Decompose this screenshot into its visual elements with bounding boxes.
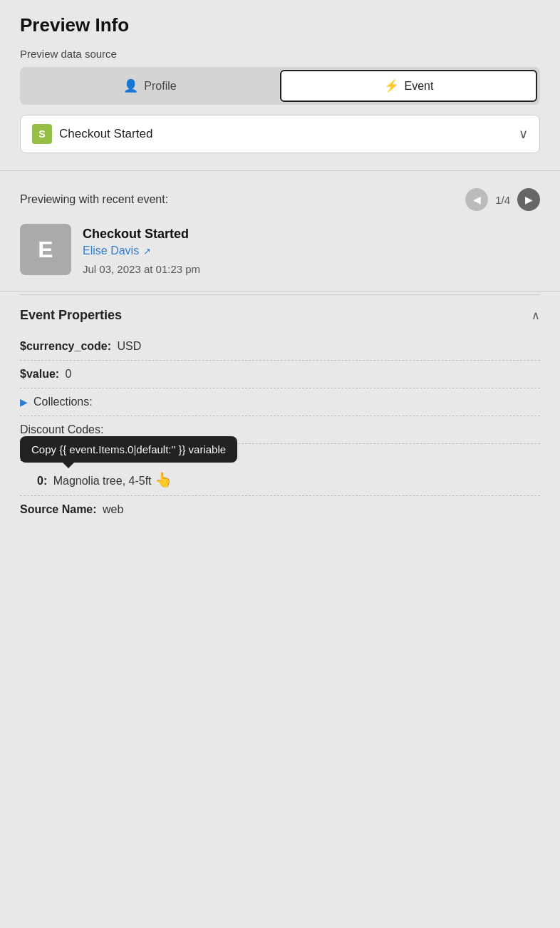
collections-label: Collections:	[33, 396, 93, 408]
dropdown-label: Checkout Started	[59, 127, 512, 141]
currency-code-key: $currency_code:	[20, 340, 111, 352]
page-count: 1/4	[495, 194, 510, 206]
tooltip-text: Copy {{ event.Items.0|default:'' }} vari…	[31, 443, 226, 455]
source-name-key: Source Name:	[20, 503, 97, 515]
prev-icon: ◀	[473, 194, 481, 205]
event-tab-label: Event	[405, 80, 434, 93]
event-tab[interactable]: ⚡ Event	[280, 70, 537, 102]
collections-row: ▶ Collections:	[20, 388, 540, 416]
sub-item-value: Magnolia tree, 4-5ft	[53, 475, 152, 487]
collapse-icon[interactable]: ∧	[532, 309, 540, 322]
prev-button[interactable]: ◀	[465, 188, 488, 211]
event-dropdown[interactable]: S Checkout Started ∨	[20, 115, 540, 153]
preview-data-section: Preview data source 👤 Profile ⚡ Event S …	[0, 48, 560, 167]
property-row: $currency_code: USD	[20, 333, 540, 361]
next-button[interactable]: ▶	[517, 188, 540, 211]
profile-tab[interactable]: 👤 Profile	[23, 70, 277, 102]
properties-title: Event Properties	[20, 308, 122, 323]
divider-1	[0, 170, 560, 171]
event-name: Checkout Started	[83, 227, 200, 242]
person-name: Elise Davis	[83, 244, 139, 257]
event-properties-section: Event Properties ∧ $currency_code: USD $…	[0, 294, 560, 523]
previewing-header: Previewing with recent event: ◀ 1/4 ▶	[20, 188, 540, 211]
event-card: E Checkout Started Elise Davis ↗ Jul 03,…	[20, 224, 540, 275]
properties-header: Event Properties ∧	[20, 294, 540, 333]
divider-2	[0, 291, 560, 292]
collection-arrow-icon: ▶	[20, 396, 28, 408]
page-container: Preview Info Preview data source 👤 Profi…	[0, 0, 560, 523]
event-info: Checkout Started Elise Davis ↗ Jul 03, 2…	[83, 224, 200, 275]
discount-codes-label: Discount Codes:	[20, 423, 103, 435]
profile-tab-label: Profile	[144, 80, 176, 93]
page-title: Preview Info	[20, 14, 540, 36]
event-date: Jul 03, 2023 at 01:23 pm	[83, 263, 200, 275]
shopify-icon: S	[32, 124, 52, 144]
cursor-hand-icon: 👆	[155, 471, 172, 488]
external-link-icon: ↗	[143, 246, 151, 257]
tooltip-popup: Copy {{ event.Items.0|default:'' }} vari…	[20, 436, 237, 463]
shopify-letter: S	[38, 128, 45, 140]
avatar-letter: E	[38, 237, 53, 263]
value-key: $value:	[20, 368, 59, 380]
property-row-value: $value: 0	[20, 361, 540, 388]
value-val: 0	[66, 368, 72, 380]
chevron-down-icon: ∨	[519, 126, 528, 142]
lightning-icon: ⚡	[384, 78, 399, 93]
tooltip-wrapper: Copy {{ event.Items.0|default:'' }} vari…	[20, 467, 540, 496]
person-icon: 👤	[123, 78, 138, 93]
currency-code-value: USD	[118, 340, 142, 352]
previewing-label: Previewing with recent event:	[20, 193, 458, 206]
next-icon: ▶	[525, 194, 533, 205]
avatar: E	[20, 224, 71, 275]
previewing-section: Previewing with recent event: ◀ 1/4 ▶ E …	[0, 174, 560, 288]
source-name-value: web	[103, 503, 123, 515]
header-section: Preview Info	[0, 0, 560, 48]
preview-data-label: Preview data source	[20, 48, 540, 60]
event-person-link[interactable]: Elise Davis ↗	[83, 244, 200, 257]
toggle-group: 👤 Profile ⚡ Event	[20, 67, 540, 105]
sub-item-index: 0:	[37, 475, 47, 487]
sub-item-row[interactable]: 0: Magnolia tree, 4-5ft 👆	[20, 467, 540, 496]
source-name-row: Source Name: web	[20, 496, 540, 523]
